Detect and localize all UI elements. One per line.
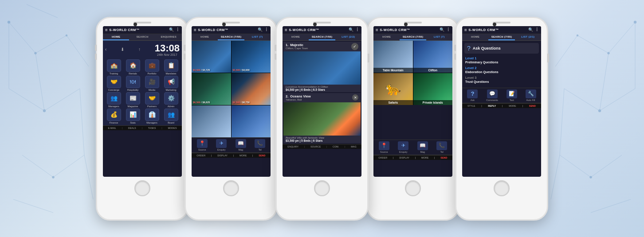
more-icon-4[interactable]: ⋮ — [446, 27, 451, 32]
icon-media[interactable]: 🎥 Media — [143, 76, 161, 91]
tab-enquiries-1[interactable]: ENQUIRIES — [156, 34, 182, 40]
grid-cell-2[interactable]: $3,500 / $4,900 — [232, 41, 271, 73]
back-icon-1[interactable]: ‹ — [105, 47, 106, 52]
comments-btn-5[interactable]: 💬 Comments — [486, 89, 498, 101]
tab-list-4[interactable]: LIST (7) — [426, 34, 452, 40]
send-link-2[interactable]: SEND — [259, 154, 265, 157]
grid-cell-5[interactable] — [192, 105, 231, 137]
com-link-3[interactable]: COM. — [333, 145, 339, 148]
home-button-2[interactable] — [223, 180, 239, 196]
search-icon-3[interactable]: 🔍 — [349, 27, 354, 32]
send-link-4[interactable]: SEND — [440, 156, 447, 159]
tab-home-2[interactable]: HOME — [192, 34, 218, 40]
category-clifton[interactable]: Clifton — [413, 41, 453, 73]
source-btn-4[interactable]: 📍 Source — [379, 141, 389, 153]
reply-link-5[interactable]: REPLY — [488, 105, 496, 107]
hamburger-icon-2[interactable]: ≡ — [194, 27, 196, 32]
grid-cell-3[interactable]: $6,500 / $6,825 — [192, 73, 231, 105]
home-button-5[interactable] — [494, 180, 510, 196]
tab-home-5[interactable]: HOME — [462, 34, 488, 40]
order-link-4[interactable]: ORDER — [378, 156, 387, 159]
more-icon-5[interactable]: ⋮ — [535, 27, 539, 32]
display-link-4[interactable]: DISPLAY — [399, 156, 409, 159]
search-icon-1[interactable]: 🔍 — [169, 27, 174, 32]
more-link-2[interactable]: MORE — [240, 154, 247, 157]
tel-btn-2[interactable]: 📞 Tel — [255, 139, 265, 151]
more-icon-2[interactable]: ⋮ — [264, 27, 269, 32]
mag-btn-4[interactable]: 📖 Mag — [417, 141, 428, 153]
search-icon-5[interactable]: 🔍 — [528, 27, 534, 32]
icon-mandates[interactable]: 📋 Mandates — [162, 59, 180, 75]
search-icon-4[interactable]: 🔍 — [440, 27, 445, 32]
email-link-1[interactable]: E-MAIL — [108, 127, 116, 129]
icon-magazine[interactable]: 📰 Magazine — [124, 92, 142, 108]
hamburger-icon-4[interactable]: ≡ — [376, 27, 378, 32]
save-icon-1[interactable]: ⬇ — [121, 47, 124, 52]
icon-managers[interactable]: 👥 Managers — [105, 92, 123, 108]
order-link-2[interactable]: ORDER — [196, 154, 205, 157]
modes-link-1[interactable]: MODES — [168, 127, 177, 129]
more-icon-1[interactable]: ⋮ — [176, 27, 180, 32]
tab-home-3[interactable]: HOME — [283, 34, 309, 40]
hamburger-icon-3[interactable]: ≡ — [285, 27, 287, 32]
mag-btn-2[interactable]: 📖 Mag — [236, 139, 246, 151]
tab-list-3[interactable]: LIST (2/2) — [335, 34, 361, 40]
grid-cell-6[interactable] — [232, 105, 271, 137]
icon-training[interactable]: 🏫 Training — [105, 59, 123, 75]
tab-search-2[interactable]: SEARCH (7/55) — [218, 34, 244, 40]
grid-cell-4[interactable]: $2,500 / $8,750 — [232, 73, 271, 105]
tab-search-5[interactable]: SEARCH (7/55) — [488, 34, 514, 40]
board-label: Board — [168, 121, 174, 124]
tab-home-1[interactable]: HOME — [103, 34, 129, 40]
home-button-3[interactable] — [314, 180, 330, 196]
tab-home-4[interactable]: HOME — [373, 34, 400, 40]
hamburger-icon-5[interactable]: ≡ — [464, 27, 467, 32]
icon-partners[interactable]: 🤝 Partners — [143, 92, 161, 108]
icon-marketing[interactable]: 📢 Marketing — [162, 76, 180, 91]
icon-rentals[interactable]: 🏠 Rentals — [124, 59, 142, 75]
icon-managers2[interactable]: 👔 Managers — [143, 109, 161, 124]
icon-finance[interactable]: 💰 Finance — [105, 109, 123, 124]
tab-search-3[interactable]: SEARCH (7/55) — [309, 34, 335, 40]
more-link-4[interactable]: MORE — [421, 156, 429, 159]
deals-link-1[interactable]: DEALS — [128, 127, 136, 129]
checkmark-1-3[interactable]: ✓ — [351, 43, 358, 50]
more-icon-3[interactable]: ⋮ — [355, 27, 360, 32]
grid-cell-1[interactable]: $4,500 / $4,725 — [192, 41, 231, 73]
icon-stats[interactable]: 📊 Stats — [124, 109, 142, 124]
up-icon-1[interactable]: ↑ — [138, 47, 141, 52]
tel-btn-4[interactable]: 📞 Tel — [436, 141, 447, 153]
display-link-2[interactable]: DISPLAY — [217, 154, 228, 157]
icon-board[interactable]: 👥 Board — [162, 109, 180, 124]
home-button-4[interactable] — [405, 180, 421, 196]
source-link-3[interactable]: SOURCE — [310, 145, 321, 148]
tab-search-4[interactable]: SEARCH (7/55) — [400, 34, 426, 40]
tasks-link-1[interactable]: TASKS — [148, 127, 156, 129]
icon-admin[interactable]: ⚙️ Admin — [162, 92, 180, 108]
mag-link-3[interactable]: MAG — [351, 145, 357, 148]
text-btn-5[interactable]: 📝 Text — [507, 89, 517, 101]
icon-concierge[interactable]: 🤝 Concierge — [105, 76, 123, 91]
tab-search-1[interactable]: SEARCH — [129, 34, 155, 40]
style-link-5[interactable]: STYLE — [467, 105, 475, 107]
icon-hospitality[interactable]: 🍽 Hospitality — [124, 76, 142, 91]
autofill-btn-5[interactable]: 🔧 Auto Fill — [526, 89, 536, 101]
enquiry-btn-4[interactable]: ✈ Enquiry — [398, 141, 408, 153]
icon-portfolio[interactable]: 💼 Portfolio — [143, 59, 161, 75]
source-btn-2[interactable]: 📍 Source — [197, 139, 208, 151]
category-safaris[interactable]: 🐆 Safaris — [373, 73, 413, 105]
category-table-mountain[interactable]: Table Mountain — [373, 41, 413, 73]
send-link-5[interactable]: SEND — [529, 105, 536, 107]
close-btn-3[interactable]: ✕ — [352, 94, 358, 101]
tab-list-2[interactable]: LIST (7) — [244, 34, 271, 40]
tab-list-5[interactable]: LIST (2/1) — [515, 34, 541, 40]
search-icon-2[interactable]: 🔍 — [258, 27, 263, 32]
enquiry-link-3[interactable]: ENQUIRY — [287, 145, 298, 148]
home-button-1[interactable] — [134, 180, 150, 196]
hamburger-icon-1[interactable]: ≡ — [105, 27, 108, 32]
ask-btn-5[interactable]: ? Ask — [467, 89, 478, 101]
phone-top-bar-2 — [186, 18, 276, 25]
enquiry-btn-2[interactable]: ✈ Enquiry — [216, 139, 227, 151]
more-link-5[interactable]: MORE — [509, 105, 516, 107]
category-private-islands[interactable]: Private Islands — [413, 73, 453, 105]
